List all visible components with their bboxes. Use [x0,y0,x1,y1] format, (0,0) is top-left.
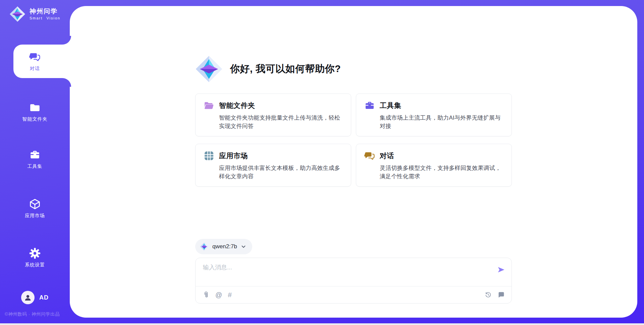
sidebar-item-smart-folder[interactable]: 智能文件夹 [0,95,70,129]
card-description: 集成市场上主流工具，助力AI与外界无缝扩展与对接 [380,114,503,130]
sidebar-item-chat[interactable]: 对话 [0,45,70,78]
history-button[interactable] [484,291,492,299]
app-root: 神州问学 Smart Vision 对话 智能文件夹 [0,0,644,325]
card-toolset[interactable]: 工具集 集成市场上主流工具，助力AI与外界无缝扩展与对接 [356,93,512,136]
toolbox-icon [364,100,375,111]
card-title: 应用市场 [219,151,248,160]
sidebar-item-label: 工具集 [28,164,43,170]
mention-icon: @ [215,291,222,299]
hashtag-button[interactable]: # [228,291,232,298]
composer-toolbar: @ # [202,286,505,303]
folder-icon [29,102,41,113]
copyright-text: ©神州数码 · 神州问学出品 [5,311,60,317]
grid-icon [204,150,214,161]
bottom-edge-strip [0,323,644,325]
comment-button[interactable] [497,291,505,299]
sidebar-item-toolset[interactable]: 工具集 [0,142,70,176]
card-smart-folder[interactable]: 智能文件夹 智能文件夹功能支持批量文件上传与清洗，轻松实现文件问答 [195,93,351,136]
avatar [21,291,35,304]
greeting-block: 你好, 我可以如何帮助你? [195,55,512,83]
card-title: 对话 [380,151,394,160]
comment-icon [498,291,505,298]
sidebar: 神州问学 Smart Vision 对话 智能文件夹 [0,0,70,325]
chevron-down-icon [241,244,246,249]
user-initials: AD [39,294,49,301]
history-icon [485,291,492,298]
card-description: 智能文件夹功能支持批量文件上传与清洗，轻松实现文件问答 [219,114,343,130]
sidebar-item-settings[interactable]: 系统设置 [0,241,70,274]
hashtag-icon: # [228,291,232,299]
sidebar-item-label: 系统设置 [25,262,45,268]
sidebar-item-app-market[interactable]: 应用市场 [0,192,70,225]
model-selector[interactable]: qwen2:7b [195,239,252,254]
model-name: qwen2:7b [212,243,237,250]
cube-icon [29,198,41,210]
card-description: 灵活切换多模型文件，支持多样回复效果调试，满足个性化需求 [380,164,503,181]
brand-text: 神州问学 Smart Vision [30,8,60,20]
folder-open-icon [204,100,214,111]
gear-icon [29,248,41,259]
brand-subtitle: Smart Vision [30,16,60,20]
sidebar-item-label: 智能文件夹 [22,116,48,122]
toolbox-icon [29,149,41,160]
brand-diamond-logo-icon [9,6,25,22]
composer: qwen2:7b @ # [195,239,512,304]
main-panel: 你好, 我可以如何帮助你? 智能文件夹 智能文件夹功能支持批量文件上传与清洗，轻… [70,6,637,318]
mention-button[interactable]: @ [215,291,222,298]
attach-icon [203,291,210,298]
message-input-box: @ # [195,258,512,304]
brand: 神州问学 Smart Vision [9,6,60,22]
card-description: 应用市场提供丰富长文本模板，助力高效生成多样化文章内容 [219,164,343,181]
message-input[interactable] [202,263,490,285]
attach-button[interactable] [202,291,210,299]
chat-icon [29,51,41,63]
card-chat[interactable]: 对话 灵活切换多模型文件，支持多样回复效果调试，满足个性化需求 [356,144,512,187]
model-diamond-logo-icon [200,242,209,251]
sidebar-item-label: 对话 [30,66,40,72]
person-icon [23,293,32,302]
greeting-text: 你好, 我可以如何帮助你? [230,62,341,76]
suggestion-cards: 智能文件夹 智能文件夹功能支持批量文件上传与清洗，轻松实现文件问答 工具集 集成… [195,93,512,187]
send-icon [497,265,505,274]
brand-name: 神州问学 [30,8,60,15]
sidebar-item-label: 应用市场 [25,213,45,219]
card-title: 工具集 [380,101,401,110]
chat-icon [364,150,375,161]
card-title: 智能文件夹 [219,101,255,110]
send-button[interactable] [497,265,505,274]
main-content: 你好, 我可以如何帮助你? 智能文件夹 智能文件夹功能支持批量文件上传与清洗，轻… [195,6,512,187]
card-app-market[interactable]: 应用市场 应用市场提供丰富长文本模板，助力高效生成多样化文章内容 [195,144,351,187]
greeting-diamond-logo-icon [195,55,223,83]
user-profile[interactable]: AD [0,291,70,304]
